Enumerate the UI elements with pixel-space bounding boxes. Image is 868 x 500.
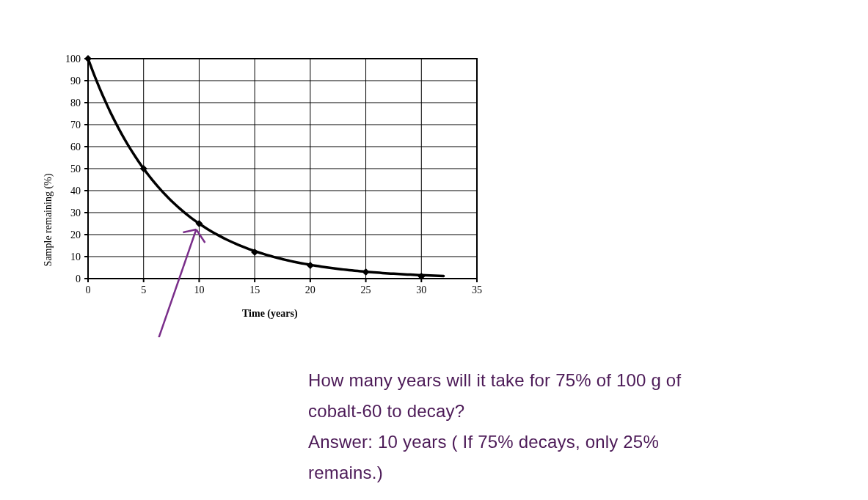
svg-marker-59 [84,55,92,62]
page-root: Sample remaining (%)01020304050607080901… [0,0,868,500]
svg-line-67 [183,229,196,232]
svg-text:10: 10 [70,251,81,262]
svg-text:15: 15 [249,284,260,295]
chart-svg: Sample remaining (%)01020304050607080901… [37,51,492,337]
answer-line-1: Answer: 10 years ( If 75% decays, only 2… [308,428,807,456]
question-line-1: How many years will it take for 75% of 1… [308,367,807,394]
svg-text:5: 5 [141,284,146,295]
svg-text:100: 100 [65,54,81,65]
svg-text:80: 80 [70,98,81,109]
x-axis-label: Time (years) [242,308,298,320]
answer-line-2: remains.) [308,459,807,487]
question-text: How many years will it take for 75% of 1… [308,367,807,490]
svg-text:30: 30 [416,284,426,295]
svg-text:20: 20 [305,284,316,295]
svg-text:20: 20 [70,229,81,240]
svg-text:90: 90 [70,76,81,87]
svg-text:0: 0 [86,284,91,295]
svg-line-68 [196,229,205,243]
svg-text:10: 10 [194,284,204,295]
svg-line-66 [155,229,196,337]
question-line-2: cobalt-60 to decay? [308,397,807,425]
svg-text:50: 50 [70,163,81,174]
svg-text:60: 60 [70,141,81,152]
svg-text:30: 30 [70,207,81,218]
svg-text:0: 0 [76,273,81,284]
svg-text:35: 35 [472,284,482,295]
svg-marker-63 [307,262,314,269]
svg-text:70: 70 [70,120,81,130]
decay-chart: Sample remaining (%)01020304050607080901… [37,51,492,337]
svg-text:40: 40 [70,185,81,196]
svg-text:25: 25 [361,284,371,295]
svg-text:Sample remaining (%): Sample remaining (%) [43,173,54,266]
svg-marker-64 [362,268,370,276]
